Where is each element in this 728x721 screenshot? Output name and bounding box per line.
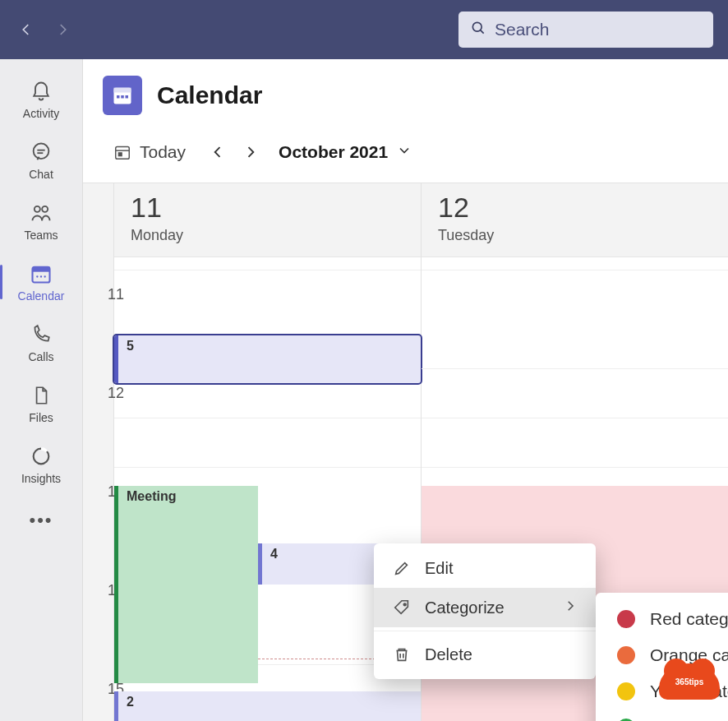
day-header: 12 Tuesday <box>422 183 728 257</box>
svg-line-1 <box>481 30 484 33</box>
svg-point-6 <box>42 206 48 212</box>
color-dot <box>617 610 635 628</box>
calendar-event-2[interactable]: 2 <box>114 691 421 721</box>
watermark-badge: 365tips <box>659 663 720 700</box>
day-header: 11 Monday <box>114 183 421 257</box>
svg-rect-18 <box>116 147 130 159</box>
chat-icon <box>29 140 53 164</box>
search-input[interactable]: Search <box>458 12 713 48</box>
svg-point-11 <box>44 275 46 277</box>
category-option-red[interactable]: Red category <box>596 601 728 637</box>
page-title: Calendar <box>157 81 262 109</box>
calendar-toolbar: Today October 2021 <box>83 130 728 183</box>
context-menu-edit[interactable]: Edit <box>374 548 596 588</box>
month-picker[interactable]: October 2021 <box>279 142 412 162</box>
svg-rect-16 <box>121 95 124 99</box>
rail-chat[interactable]: Chat <box>0 130 82 191</box>
history-back-button[interactable] <box>15 18 38 41</box>
title-bar: Search <box>0 0 728 59</box>
rail-more-button[interactable]: ••• <box>29 500 53 541</box>
svg-point-5 <box>35 206 40 212</box>
chevron-right-icon <box>563 599 578 617</box>
history-forward-button[interactable] <box>51 18 74 41</box>
rail-insights[interactable]: Insights <box>0 434 82 495</box>
prev-period-button[interactable] <box>206 141 229 164</box>
calendar-event-meeting[interactable]: Meeting <box>114 486 258 683</box>
chevron-down-icon <box>396 142 412 162</box>
today-button[interactable]: Today <box>103 136 196 168</box>
context-menu: Edit Categorize <box>374 543 596 679</box>
calendar-icon <box>29 261 53 286</box>
phone-icon <box>29 322 53 347</box>
categorize-submenu: Red category Orange category Yellow cate… <box>596 593 728 721</box>
search-placeholder: Search <box>495 20 550 39</box>
next-period-button[interactable] <box>239 141 262 164</box>
calendar-grid[interactable]: 11 12 13 14 15 11 Monday <box>83 183 728 721</box>
pencil-icon <box>392 558 412 578</box>
svg-point-21 <box>403 603 406 606</box>
svg-point-10 <box>40 275 42 277</box>
insights-icon <box>29 444 53 469</box>
teams-icon <box>29 201 53 225</box>
calendar-main: Calendar Today October 2021 <box>82 59 728 721</box>
color-dot <box>617 682 635 700</box>
svg-rect-8 <box>33 267 50 272</box>
svg-rect-14 <box>114 88 131 93</box>
svg-point-2 <box>34 144 49 159</box>
context-menu-categorize[interactable]: Categorize <box>374 588 596 627</box>
rail-activity[interactable]: Activity <box>0 69 82 130</box>
color-dot <box>617 646 635 664</box>
bell-icon <box>29 79 53 104</box>
svg-rect-15 <box>117 95 120 99</box>
app-header: Calendar <box>83 59 728 130</box>
context-menu-delete[interactable]: Delete <box>374 635 596 674</box>
tag-icon <box>392 598 412 617</box>
app-rail: Activity Chat Teams Calendar <box>0 59 82 721</box>
svg-point-9 <box>36 275 38 277</box>
svg-rect-17 <box>126 95 129 99</box>
svg-rect-20 <box>118 153 122 156</box>
calendar-event-selected[interactable]: 5 <box>114 335 421 383</box>
category-option-green[interactable]: Green category <box>596 709 728 721</box>
trash-icon <box>392 645 412 664</box>
rail-calls[interactable]: Calls <box>0 312 82 373</box>
svg-point-0 <box>472 22 481 31</box>
rail-teams[interactable]: Teams <box>0 191 82 252</box>
file-icon <box>29 383 53 408</box>
menu-separator <box>374 631 596 631</box>
rail-calendar[interactable]: Calendar <box>0 252 82 312</box>
search-icon <box>470 20 486 40</box>
time-gutter: 11 12 13 14 15 <box>83 183 113 721</box>
calendar-app-icon <box>103 76 142 115</box>
rail-files[interactable]: Files <box>0 373 82 434</box>
